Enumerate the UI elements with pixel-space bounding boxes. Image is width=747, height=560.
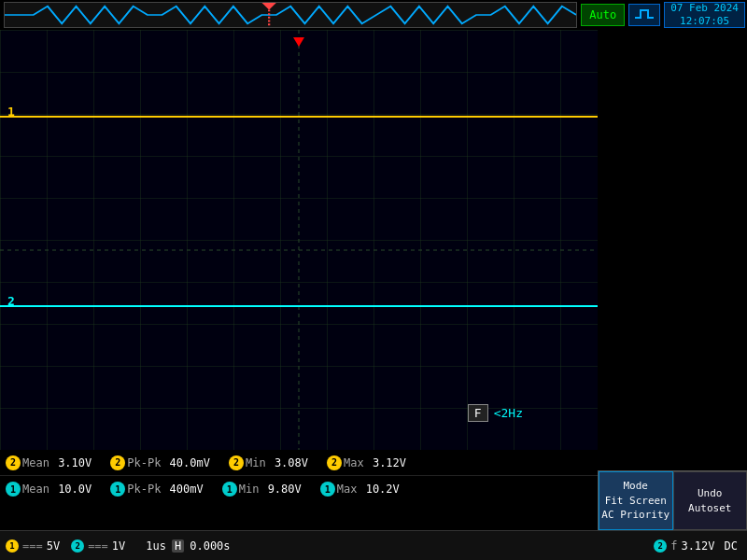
ch2-mean-stat: 2 Mean 3.10V <box>6 455 92 470</box>
svg-marker-1 <box>262 3 276 9</box>
auto-button[interactable]: Auto <box>581 4 625 26</box>
date-text: 07 Feb 2024 <box>670 2 739 15</box>
top-bar: Auto 07 Feb 2024 12:07:05 <box>0 0 747 30</box>
trigger-arrow <box>293 37 304 47</box>
ch2-min-stat: 2 Min 3.08V <box>229 455 308 470</box>
ch2-badge-pkpk: 2 <box>110 455 125 470</box>
ch1-stats-row: 1 Mean 10.0V 1 Pk-Pk 400mV 1 Min 9.80V 1… <box>0 476 598 502</box>
ch2-info: 2 === 1V <box>71 539 125 553</box>
ch2-max-stat: 2 Max 3.12V <box>327 455 406 470</box>
ch1-badge-max: 1 <box>320 482 335 497</box>
ch1-trace <box>0 116 598 118</box>
time-text: 12:07:05 <box>670 15 739 28</box>
time-section: 1us H 0.000s <box>146 539 230 553</box>
ch1-badge-min: 1 <box>222 482 237 497</box>
delay-value: 0.000s <box>190 539 230 553</box>
frequency-display: F <2Hz <box>468 404 523 422</box>
delay-icon: H <box>172 539 184 553</box>
ch2-pkpk-stat: 2 Pk-Pk 40.0mV <box>110 455 210 470</box>
ch1-badge-mean: 1 <box>6 482 21 497</box>
ch2-marker: 2 <box>7 294 15 308</box>
stats-panel: 2 Mean 3.10V 2 Pk-Pk 40.0mV 2 Min 3.08V … <box>0 450 598 530</box>
time-base-val: 1us <box>146 539 166 553</box>
ch1-badge-pkpk: 1 <box>110 482 125 497</box>
ch1-volt: 5V <box>47 539 60 553</box>
button-panel: Mode Fit Screen AC Priority Undo Autoset <box>598 470 747 530</box>
ch1-min-stat: 1 Min 9.80V <box>222 482 302 497</box>
ch2-trig-volt: 3.12V <box>681 539 714 553</box>
frequency-value: <2Hz <box>494 406 523 420</box>
ch2-badge-min: 2 <box>229 455 244 470</box>
ch2-badge-mean: 2 <box>6 455 21 470</box>
trigger-mode-button[interactable] <box>628 4 660 26</box>
f-label: F <box>468 404 488 422</box>
ch1-info: 1 === 5V <box>6 539 60 553</box>
mode-fit-screen-button[interactable]: Mode Fit Screen AC Priority <box>599 471 673 530</box>
ch2-stats-row: 2 Mean 3.10V 2 Pk-Pk 40.0mV 2 Min 3.08V … <box>0 450 598 476</box>
bottom-info-bar: 1 === 5V 2 === 1V 1us H 0.000s 2 f 3.12V… <box>0 530 747 560</box>
scope-screen: 1 2 F <2Hz <box>0 30 598 470</box>
ch1-max-stat: 1 Max 10.2V <box>320 482 400 497</box>
ch1-marker: 1 <box>7 105 15 119</box>
ch2-coupling: === <box>88 539 108 553</box>
ch1-mean-stat: 1 Mean 10.0V <box>6 482 92 497</box>
datetime-display: 07 Feb 2024 12:07:05 <box>664 2 745 28</box>
undo-autoset-button[interactable]: Undo Autoset <box>673 471 748 530</box>
ch2-trig-badge: 2 <box>654 539 667 553</box>
ch2-trigger-info: 2 f 3.12V DC <box>654 539 738 553</box>
waveform-display <box>4 2 577 28</box>
ch1-coupling: === <box>22 539 43 553</box>
ch2-bottom-badge: 2 <box>71 539 84 553</box>
ch1-pkpk-stat: 1 Pk-Pk 400mV <box>110 482 203 497</box>
ch2-volt: 1V <box>112 539 125 553</box>
ch2-trace <box>0 305 598 307</box>
dc-label: DC <box>725 539 738 553</box>
ch1-bottom-badge: 1 <box>6 539 19 553</box>
ch2-badge-max: 2 <box>327 455 342 470</box>
